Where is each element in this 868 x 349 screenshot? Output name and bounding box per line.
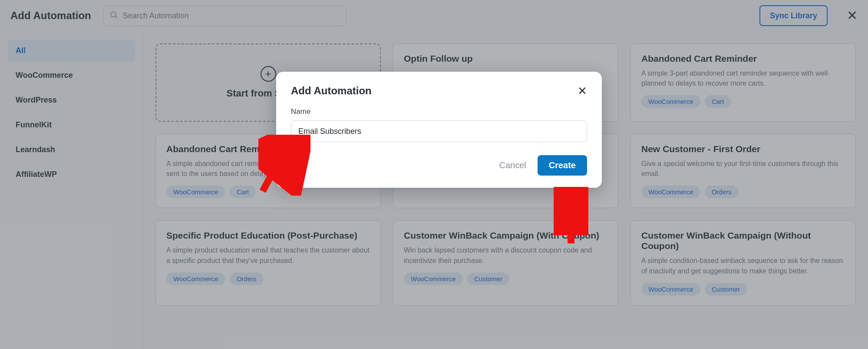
cancel-button[interactable]: Cancel — [499, 160, 526, 170]
modal-actions: Cancel Create — [291, 155, 587, 176]
close-icon[interactable]: ✕ — [578, 85, 587, 96]
name-field-label: Name — [291, 107, 587, 116]
automation-name-input[interactable] — [291, 120, 587, 142]
add-automation-modal: Add Automation ✕ Name Cancel Create — [276, 72, 602, 188]
create-button[interactable]: Create — [538, 155, 587, 176]
modal-title: Add Automation — [291, 85, 372, 97]
modal-header: Add Automation ✕ — [291, 85, 587, 97]
